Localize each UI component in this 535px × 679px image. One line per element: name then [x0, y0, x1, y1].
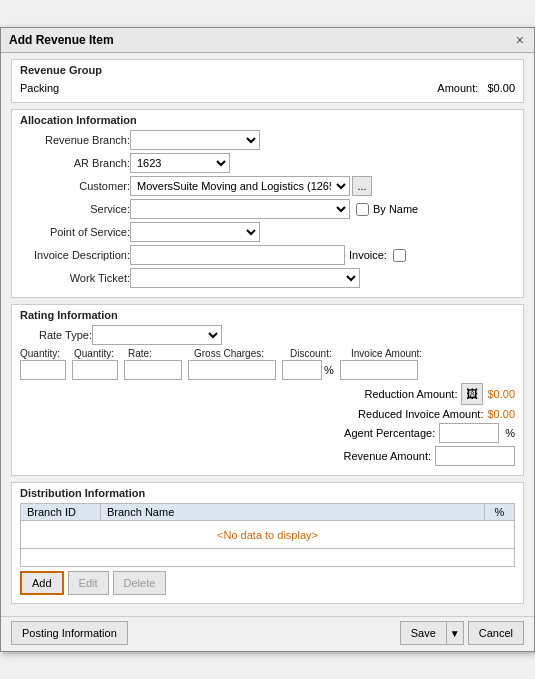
cancel-button[interactable]: Cancel: [468, 621, 524, 645]
customer-label: Customer:: [20, 180, 130, 192]
discount-col-label: Discount:: [290, 348, 345, 359]
calc-button[interactable]: 🖼: [461, 383, 483, 405]
revenue-branch-row: Revenue Branch:: [20, 130, 515, 150]
service-field: By Name: [130, 199, 515, 219]
invoice-description-row: Invoice Description: Invoice:: [20, 245, 515, 265]
work-ticket-select[interactable]: [130, 268, 360, 288]
revenue-branch-select[interactable]: [130, 130, 260, 150]
edit-button[interactable]: Edit: [68, 571, 109, 595]
revenue-amount-input[interactable]: [435, 446, 515, 466]
point-of-service-field: [130, 222, 515, 242]
branch-id-col-header: Branch ID: [21, 504, 101, 521]
rating-inputs-row: %: [20, 360, 515, 380]
ar-branch-select[interactable]: 1623: [130, 153, 230, 173]
save-dropdown-button[interactable]: ▼: [446, 621, 464, 645]
reduced-invoice-value: $0.00: [487, 408, 515, 420]
customer-select[interactable]: MoversSuite Moving and Logistics (12658): [130, 176, 350, 196]
allocation-section: Allocation Information Revenue Branch: A…: [11, 109, 524, 298]
gross-charges-input[interactable]: [188, 360, 276, 380]
add-revenue-item-dialog: Add Revenue Item × Revenue Group Packing…: [0, 27, 535, 652]
invoice-label: Invoice:: [349, 249, 387, 261]
dialog-footer: Posting Information Save ▼ Cancel: [1, 616, 534, 651]
reduced-invoice-label: Reduced Invoice Amount:: [358, 408, 483, 420]
customer-ellipsis-button[interactable]: ...: [352, 176, 372, 196]
quantity2-col-label: Quantity:: [74, 348, 122, 359]
dialog-body: Revenue Group Packing Amount: $0.00 Allo…: [1, 53, 534, 616]
amount-value: $0.00: [487, 82, 515, 94]
quantity1-col-label: Quantity:: [20, 348, 68, 359]
reduced-invoice-row: Reduced Invoice Amount: $0.00: [20, 408, 515, 420]
revenue-branch-label: Revenue Branch:: [20, 134, 130, 146]
customer-field: MoversSuite Moving and Logistics (12658)…: [130, 176, 515, 196]
no-data-row: <No data to display>: [21, 521, 515, 549]
rate-col-label: Rate:: [128, 348, 188, 359]
quantity1-input[interactable]: [20, 360, 66, 380]
invoice-description-field: Invoice:: [130, 245, 515, 265]
revenue-group-section: Revenue Group Packing Amount: $0.00: [11, 59, 524, 103]
invoice-description-input[interactable]: [130, 245, 345, 265]
point-of-service-select[interactable]: [130, 222, 260, 242]
save-cancel-group: Save ▼ Cancel: [400, 621, 524, 645]
revenue-group-row: Packing Amount: $0.00: [20, 80, 515, 96]
rate-type-select[interactable]: [92, 325, 222, 345]
work-ticket-field: [130, 268, 515, 288]
delete-button[interactable]: Delete: [113, 571, 167, 595]
rating-column-headers: Quantity: Quantity: Rate: Gross Charges:…: [20, 348, 515, 359]
reduction-amount-value: $0.00: [487, 388, 515, 400]
by-name-checkbox[interactable]: [356, 203, 369, 216]
distribution-table: Branch ID Branch Name % <No data to disp…: [20, 503, 515, 567]
percent-col-header: %: [485, 504, 515, 521]
agent-pct-input[interactable]: [439, 423, 499, 443]
empty-row: [21, 549, 515, 567]
by-name-label: By Name: [354, 203, 418, 216]
distribution-header: Distribution Information: [20, 487, 515, 499]
revenue-branch-field: [130, 130, 515, 150]
point-of-service-label: Point of Service:: [20, 226, 130, 238]
posting-info-button[interactable]: Posting Information: [11, 621, 128, 645]
branch-name-col-header: Branch Name: [101, 504, 485, 521]
no-data-text: <No data to display>: [21, 521, 515, 549]
rate-input[interactable]: [124, 360, 182, 380]
discount-input[interactable]: [282, 360, 322, 380]
distribution-section: Distribution Information Branch ID Branc…: [11, 482, 524, 604]
work-ticket-label: Work Ticket:: [20, 272, 130, 284]
revenue-amount-label: Revenue Amount:: [344, 450, 431, 462]
reduction-amount-row: Reduction Amount: 🖼 $0.00: [20, 383, 515, 405]
service-row: Service: By Name: [20, 199, 515, 219]
rate-type-row: Rate Type:: [20, 325, 515, 345]
amount-label: Amount:: [437, 82, 478, 94]
invoice-amount-input[interactable]: [340, 360, 418, 380]
work-ticket-row: Work Ticket:: [20, 268, 515, 288]
agent-pct-sign: %: [505, 427, 515, 439]
rating-section: Rating Information Rate Type: Quantity: …: [11, 304, 524, 476]
revenue-group-amount: Amount: $0.00: [437, 82, 515, 94]
rate-type-label: Rate Type:: [20, 329, 92, 341]
discount-field: %: [282, 360, 334, 380]
revenue-amount-row: Revenue Amount:: [20, 446, 515, 466]
invoice-description-label: Invoice Description:: [20, 249, 130, 261]
agent-percentage-row: Agent Percentage: %: [20, 423, 515, 443]
allocation-header: Allocation Information: [20, 114, 515, 126]
point-of-service-row: Point of Service:: [20, 222, 515, 242]
reduction-amount-label: Reduction Amount:: [365, 388, 458, 400]
save-button[interactable]: Save: [400, 621, 446, 645]
invoice-amount-col-label: Invoice Amount:: [351, 348, 431, 359]
ar-branch-row: AR Branch: 1623: [20, 153, 515, 173]
ar-branch-field: 1623: [130, 153, 515, 173]
customer-row: Customer: MoversSuite Moving and Logisti…: [20, 176, 515, 196]
revenue-group-header: Revenue Group: [20, 64, 515, 76]
revenue-group-name: Packing: [20, 82, 59, 94]
title-bar: Add Revenue Item ×: [1, 28, 534, 53]
service-select[interactable]: [130, 199, 350, 219]
agent-pct-label: Agent Percentage:: [344, 427, 435, 439]
close-button[interactable]: ×: [514, 32, 526, 48]
discount-percent: %: [324, 364, 334, 376]
service-label: Service:: [20, 203, 130, 215]
quantity2-input[interactable]: [72, 360, 118, 380]
ar-branch-label: AR Branch:: [20, 157, 130, 169]
dialog-title: Add Revenue Item: [9, 33, 114, 47]
distribution-buttons: Add Edit Delete: [20, 567, 515, 597]
invoice-checkbox[interactable]: [393, 249, 406, 262]
rating-header: Rating Information: [20, 309, 515, 321]
add-button[interactable]: Add: [20, 571, 64, 595]
